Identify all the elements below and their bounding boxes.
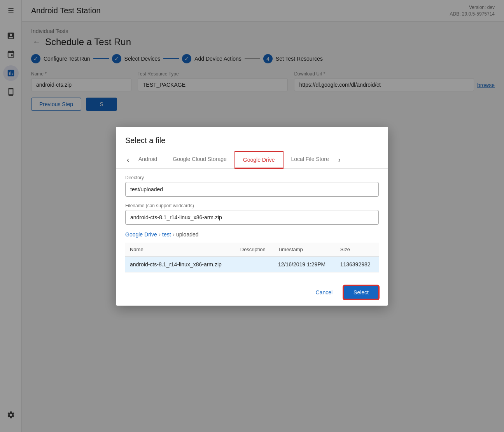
col-description: Description — [236, 243, 273, 257]
table-row[interactable]: android-cts-8.1_r14-linux_x86-arm.zip 12… — [125, 256, 379, 272]
filename-field: Filename (can support wildcards) — [125, 203, 379, 225]
cell-description — [236, 256, 273, 272]
col-size: Size — [336, 243, 379, 257]
col-name: Name — [125, 243, 236, 257]
path-breadcrumb: Google Drive › test › uploaded — [125, 231, 379, 238]
tab-local-file-store[interactable]: Local File Store — [284, 151, 337, 168]
select-button[interactable]: Select — [343, 285, 379, 299]
dialog-footer: Cancel Select — [116, 279, 388, 306]
path-sep-2: › — [173, 231, 175, 238]
path-sep-1: › — [159, 231, 161, 238]
filename-input[interactable] — [125, 210, 379, 225]
tab-android[interactable]: Android — [131, 151, 165, 168]
directory-label: Directory — [125, 175, 379, 180]
cell-size: 1136392982 — [336, 256, 379, 272]
cell-timestamp: 12/16/2019 1:29PM — [273, 256, 336, 272]
dialog-title: Select a file — [125, 136, 165, 145]
file-table-header: Name Description Timestamp Size — [125, 243, 379, 257]
dialog-overlay[interactable]: Select a file ‹ Android Google Cloud Sto… — [0, 0, 504, 432]
tab-next-button[interactable]: › — [337, 156, 342, 163]
dialog-body: Directory Filename (can support wildcard… — [116, 169, 388, 279]
dialog-header: Select a file — [116, 127, 388, 151]
col-timestamp: Timestamp — [273, 243, 336, 257]
file-select-dialog: Select a file ‹ Android Google Cloud Sto… — [116, 127, 388, 306]
directory-field: Directory — [125, 175, 379, 197]
directory-input[interactable] — [125, 182, 379, 197]
tab-google-cloud-storage[interactable]: Google Cloud Storage — [165, 151, 234, 168]
tab-prev-button[interactable]: ‹ — [125, 156, 131, 163]
filename-label: Filename (can support wildcards) — [125, 203, 379, 208]
tab-google-drive[interactable]: Google Drive — [234, 151, 284, 169]
tabs-container: ‹ Android Google Cloud Storage Google Dr… — [116, 151, 388, 169]
cancel-button[interactable]: Cancel — [311, 286, 337, 299]
file-table: Name Description Timestamp Size android-… — [125, 243, 379, 273]
path-segment-1[interactable]: test — [162, 231, 171, 238]
cell-name: android-cts-8.1_r14-linux_x86-arm.zip — [125, 256, 236, 272]
path-root-link[interactable]: Google Drive — [125, 231, 157, 238]
file-table-body: android-cts-8.1_r14-linux_x86-arm.zip 12… — [125, 256, 379, 272]
path-current: uploaded — [176, 231, 199, 238]
